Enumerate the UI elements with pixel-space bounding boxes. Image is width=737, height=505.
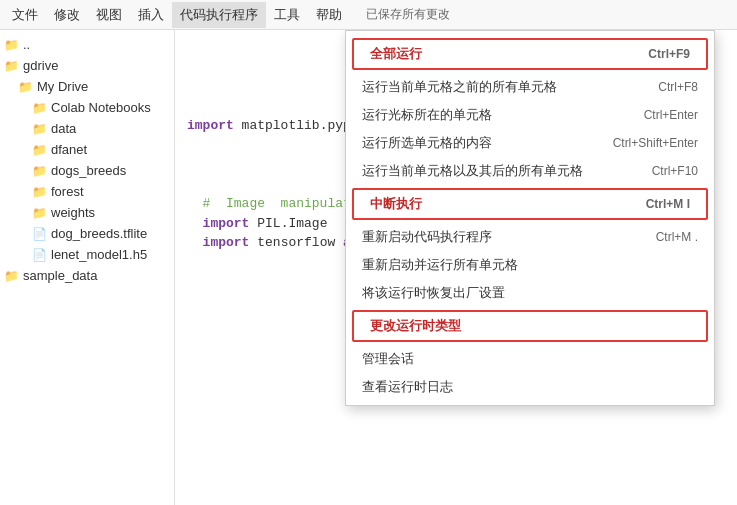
sidebar-item-mydrive[interactable]: 📁My Drive xyxy=(0,76,174,97)
menu-run-selected[interactable]: 运行所选单元格的内容 Ctrl+Shift+Enter xyxy=(346,129,714,157)
menu-restart[interactable]: 重新启动代码执行程序 Ctrl+M . xyxy=(346,223,714,251)
sidebar: 📁..📁gdrive📁My Drive📁Colab Notebooks📁data… xyxy=(0,30,175,505)
menu-run-all-shortcut: Ctrl+F9 xyxy=(648,47,690,61)
menu-change-runtime[interactable]: 更改运行时类型 xyxy=(354,312,706,340)
sidebar-item-sample_data[interactable]: 📁sample_data xyxy=(0,265,174,286)
folder-icon: 📁 xyxy=(32,164,47,178)
sidebar-label: dogs_breeds xyxy=(51,163,126,178)
menu-run-cursor[interactable]: 运行光标所在的单元格 Ctrl+Enter xyxy=(346,101,714,129)
folder-icon: 📁 xyxy=(4,269,19,283)
sidebar-label: sample_data xyxy=(23,268,97,283)
sidebar-item-forest[interactable]: 📁forest xyxy=(0,181,174,202)
folder-icon: 📁 xyxy=(32,185,47,199)
menu-restart-run-all[interactable]: 重新启动并运行所有单元格 xyxy=(346,251,714,279)
main-layout: 📁..📁gdrive📁My Drive📁Colab Notebooks📁data… xyxy=(0,30,737,505)
menu-help[interactable]: 帮助 xyxy=(308,2,350,28)
menu-run-before[interactable]: 运行当前单元格之前的所有单元格 Ctrl+F8 xyxy=(346,73,714,101)
menu-manage-sessions-label: 管理会话 xyxy=(362,350,698,368)
sidebar-label: dfanet xyxy=(51,142,87,157)
menu-interrupt-label: 中断执行 xyxy=(370,195,622,213)
sidebar-label: lenet_model1.h5 xyxy=(51,247,147,262)
menu-factory-reset[interactable]: 将该运行时恢复出厂设置 xyxy=(346,279,714,307)
sidebar-label: data xyxy=(51,121,76,136)
sidebar-item-dfanet[interactable]: 📁dfanet xyxy=(0,139,174,160)
sidebar-item-weights[interactable]: 📁weights xyxy=(0,202,174,223)
menu-interrupt[interactable]: 中断执行 Ctrl+M I xyxy=(354,190,706,218)
content-area: drive ]) import matplotlib.pyplot as plt… xyxy=(175,30,737,505)
menu-run-after-label: 运行当前单元格以及其后的所有单元格 xyxy=(362,162,628,180)
menu-run-cursor-label: 运行光标所在的单元格 xyxy=(362,106,620,124)
menubar: 文件 修改 视图 插入 代码执行程序 工具 帮助 已保存所有更改 xyxy=(0,0,737,30)
menu-run-all[interactable]: 全部运行 Ctrl+F9 xyxy=(354,40,706,68)
sidebar-item-gdrive[interactable]: 📁gdrive xyxy=(0,55,174,76)
menu-manage-sessions[interactable]: 管理会话 xyxy=(346,345,714,373)
menu-interrupt-shortcut: Ctrl+M I xyxy=(646,197,690,211)
menu-runtime[interactable]: 代码执行程序 xyxy=(172,2,266,28)
file-icon: 📄 xyxy=(32,248,47,262)
menu-run-selected-label: 运行所选单元格的内容 xyxy=(362,134,589,152)
highlight-section-change-type: 更改运行时类型 xyxy=(352,310,708,342)
menu-view-logs-label: 查看运行时日志 xyxy=(362,378,698,396)
sidebar-item-up[interactable]: 📁.. xyxy=(0,34,174,55)
sidebar-label: gdrive xyxy=(23,58,58,73)
sidebar-label: weights xyxy=(51,205,95,220)
highlight-section-run-all: 全部运行 Ctrl+F9 xyxy=(352,38,708,70)
menu-change-runtime-label: 更改运行时类型 xyxy=(370,317,666,335)
menu-file[interactable]: 文件 xyxy=(4,2,46,28)
folder-icon: 📁 xyxy=(32,122,47,136)
menu-tools[interactable]: 工具 xyxy=(266,2,308,28)
sidebar-label: dog_breeds.tflite xyxy=(51,226,147,241)
folder-icon: 📁 xyxy=(18,80,33,94)
menu-run-selected-shortcut: Ctrl+Shift+Enter xyxy=(613,136,698,150)
menu-run-after-shortcut: Ctrl+F10 xyxy=(652,164,698,178)
menu-restart-shortcut: Ctrl+M . xyxy=(656,230,698,244)
menu-restart-label: 重新启动代码执行程序 xyxy=(362,228,632,246)
menu-restart-run-all-label: 重新启动并运行所有单元格 xyxy=(362,256,674,274)
saved-status: 已保存所有更改 xyxy=(358,2,458,27)
menu-view[interactable]: 视图 xyxy=(88,2,130,28)
sidebar-item-dog_breeds_file[interactable]: 📄dog_breeds.tflite xyxy=(0,223,174,244)
menu-insert[interactable]: 插入 xyxy=(130,2,172,28)
dropdown-menu: 全部运行 Ctrl+F9 运行当前单元格之前的所有单元格 Ctrl+F8 运行光… xyxy=(345,30,715,406)
sidebar-label: .. xyxy=(23,37,30,52)
folder-icon: 📁 xyxy=(4,59,19,73)
menu-edit[interactable]: 修改 xyxy=(46,2,88,28)
sidebar-label: forest xyxy=(51,184,84,199)
folder-icon: 📁 xyxy=(32,206,47,220)
menu-run-after[interactable]: 运行当前单元格以及其后的所有单元格 Ctrl+F10 xyxy=(346,157,714,185)
file-icon: 📄 xyxy=(32,227,47,241)
folder-icon: 📁 xyxy=(32,101,47,115)
menu-view-logs[interactable]: 查看运行时日志 xyxy=(346,373,714,401)
sidebar-label: My Drive xyxy=(37,79,88,94)
sidebar-label: Colab Notebooks xyxy=(51,100,151,115)
sidebar-item-colab[interactable]: 📁Colab Notebooks xyxy=(0,97,174,118)
folder-icon: 📁 xyxy=(32,143,47,157)
sidebar-item-dogs_breeds[interactable]: 📁dogs_breeds xyxy=(0,160,174,181)
menu-factory-reset-label: 将该运行时恢复出厂设置 xyxy=(362,284,674,302)
folder-icon: 📁 xyxy=(4,38,19,52)
menu-run-before-shortcut: Ctrl+F8 xyxy=(658,80,698,94)
highlight-section-interrupt: 中断执行 Ctrl+M I xyxy=(352,188,708,220)
sidebar-item-data[interactable]: 📁data xyxy=(0,118,174,139)
menu-run-before-label: 运行当前单元格之前的所有单元格 xyxy=(362,78,634,96)
menu-run-cursor-shortcut: Ctrl+Enter xyxy=(644,108,698,122)
menu-run-all-label: 全部运行 xyxy=(370,45,624,63)
sidebar-item-lenet_file[interactable]: 📄lenet_model1.h5 xyxy=(0,244,174,265)
